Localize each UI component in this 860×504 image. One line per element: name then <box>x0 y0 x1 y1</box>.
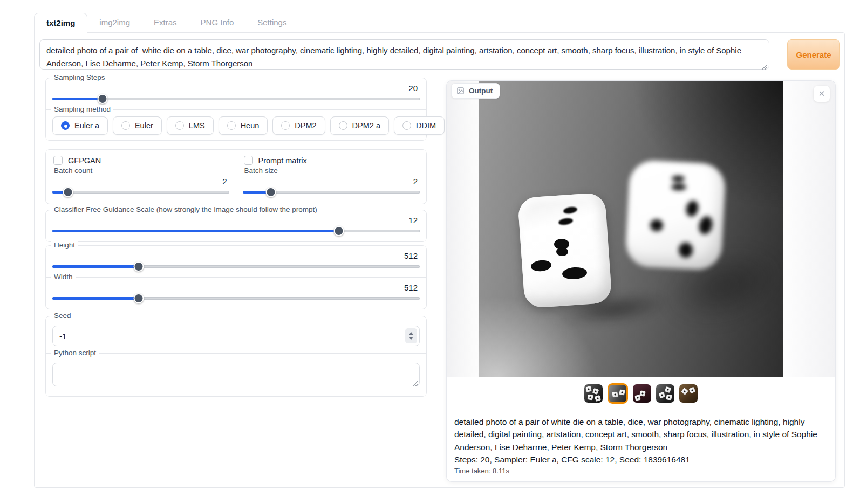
radio-ddim[interactable]: DDIM <box>394 116 445 135</box>
gallery-thumbnail-1[interactable] <box>584 384 603 403</box>
prompt-matrix-checkbox[interactable] <box>244 156 253 165</box>
radio-euler[interactable]: Euler <box>113 116 162 135</box>
radio-label: DPM2 <box>295 121 316 130</box>
slider-knob[interactable] <box>334 226 344 236</box>
cfg-panel: Classifier Free Guidance Scale (how stro… <box>45 210 427 242</box>
tab-txt2img[interactable]: txt2img <box>34 13 87 33</box>
radio-label: Heun <box>241 121 260 130</box>
height-value: 512 <box>52 251 420 260</box>
gfpgan-checkbox[interactable] <box>53 156 63 165</box>
gallery-thumbnail-5[interactable] <box>679 384 698 403</box>
slider-fill <box>52 230 339 232</box>
radio-dot-icon <box>175 121 184 130</box>
batch-count-slider[interactable] <box>52 187 229 197</box>
tab-bar: txt2img img2img Extras PNG Info Settings <box>34 13 298 33</box>
batch-size-label: Batch size <box>242 167 281 175</box>
main-container: detailed photo of a pair of white die on… <box>34 32 845 488</box>
height-slider[interactable] <box>52 261 420 272</box>
radio-euler-a[interactable]: Euler a <box>52 116 108 135</box>
seed-spinner[interactable] <box>405 328 417 343</box>
radio-label: DDIM <box>416 121 436 130</box>
width-label: Width <box>51 273 76 281</box>
caption-time-taken: Time taken: 8.11s <box>454 466 828 477</box>
app-root: txt2img img2img Extras PNG Info Settings… <box>0 0 860 504</box>
radio-dot-icon <box>339 121 347 130</box>
seed-input[interactable] <box>52 326 420 346</box>
width-field: Width 512 <box>46 277 426 309</box>
slider-knob[interactable] <box>134 293 144 303</box>
slider-fill <box>52 98 103 100</box>
slider-knob[interactable] <box>266 187 276 197</box>
python-script-field: Python script <box>46 353 426 396</box>
gallery-thumbnail-3[interactable] <box>633 384 651 403</box>
radio-dot-icon <box>61 121 70 130</box>
batch-size-field: Batch size 2 <box>236 171 427 204</box>
slider-knob[interactable] <box>97 94 107 104</box>
height-label: Height <box>51 241 78 249</box>
batch-count-value: 2 <box>52 177 229 186</box>
python-script-input[interactable] <box>52 363 420 386</box>
tab-img2img[interactable]: img2img <box>87 13 142 33</box>
python-script-label: Python script <box>51 349 99 357</box>
caption-params-text: Steps: 20, Sampler: Euler a, CFG scale: … <box>454 453 828 466</box>
gallery-thumbnail-4[interactable] <box>656 384 674 403</box>
slider-fill <box>52 265 139 268</box>
options-batch-panel: GFPGAN Prompt matrix Batch count 2 <box>45 149 427 204</box>
gallery-thumbnails <box>447 377 835 410</box>
gallery-thumbnail-2-selected[interactable] <box>608 383 628 404</box>
output-header-label: Output <box>469 87 493 95</box>
output-panel: Output ✕ <box>446 80 836 482</box>
seed-script-panel: Seed Python script <box>45 316 427 397</box>
radio-lms[interactable]: LMS <box>167 116 214 135</box>
radio-dpm2[interactable]: DPM2 <box>272 116 325 135</box>
slider-fill <box>52 297 139 300</box>
radio-label: Euler <box>135 121 153 130</box>
sampling-steps-slider[interactable] <box>52 93 420 104</box>
prompt-input[interactable]: detailed photo of a pair of white die on… <box>39 39 769 70</box>
caption-prompt-text: detailed photo of a pair of white die on… <box>454 416 828 453</box>
radio-dot-icon <box>121 121 130 130</box>
radio-dpm2-a[interactable]: DPM2 a <box>330 116 389 135</box>
prompt-row: detailed photo of a pair of white die on… <box>39 39 840 72</box>
height-field: Height 512 <box>46 246 426 277</box>
output-header-chip: Output <box>451 83 500 99</box>
slider-knob[interactable] <box>63 187 73 197</box>
generate-button[interactable]: Generate <box>787 39 840 70</box>
radio-dot-icon <box>281 121 290 130</box>
tab-extras[interactable]: Extras <box>142 13 189 33</box>
image-icon <box>456 87 465 95</box>
radio-heun[interactable]: Heun <box>219 116 268 135</box>
sampling-panel: Sampling Steps 20 Sampling method Euler … <box>45 78 427 141</box>
radio-dot-icon <box>227 121 236 130</box>
tab-png-info[interactable]: PNG Info <box>189 13 246 33</box>
slider-knob[interactable] <box>134 261 144 272</box>
batch-count-label: Batch count <box>51 167 95 175</box>
close-icon[interactable]: ✕ <box>814 86 830 102</box>
batch-size-slider[interactable] <box>243 187 420 197</box>
seed-label: Seed <box>51 312 74 320</box>
radio-label: Euler a <box>74 121 99 130</box>
sampling-method-radio-group: Euler a Euler LMS Heun DPM2 DPM2 a DDIM … <box>52 116 420 135</box>
output-caption: detailed photo of a pair of white die on… <box>447 410 835 481</box>
spinner-down-icon[interactable] <box>409 337 413 340</box>
batch-count-field: Batch count 2 <box>46 171 236 204</box>
cfg-field: Classifier Free Guidance Scale (how stro… <box>46 210 426 241</box>
generated-image[interactable] <box>479 81 783 377</box>
radio-dot-icon <box>402 121 411 130</box>
output-image-stage: Output ✕ <box>447 81 835 377</box>
sampling-method-label: Sampling method <box>51 105 113 113</box>
batch-size-value: 2 <box>243 177 420 186</box>
settings-column: Sampling Steps 20 Sampling method Euler … <box>45 78 427 397</box>
slider-track[interactable] <box>52 98 420 100</box>
gfpgan-label: GFPGAN <box>68 156 101 165</box>
cfg-label: Classifier Free Guidance Scale (how stro… <box>51 205 320 213</box>
spinner-up-icon[interactable] <box>409 332 413 335</box>
width-value: 512 <box>52 283 420 292</box>
width-slider[interactable] <box>52 293 420 303</box>
slider-track[interactable] <box>52 191 229 194</box>
dimensions-panel: Height 512 Width 512 <box>45 245 427 309</box>
sampling-steps-value: 20 <box>52 84 420 93</box>
seed-field: Seed <box>46 316 426 353</box>
cfg-slider[interactable] <box>52 225 420 236</box>
tab-settings[interactable]: Settings <box>245 13 298 33</box>
